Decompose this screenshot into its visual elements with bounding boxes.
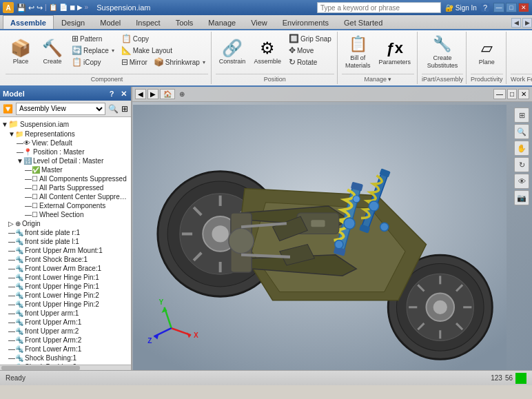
tree-item-level-of-detail[interactable]: ▼ 🔢 Level of Detail : Master xyxy=(0,156,131,165)
shrinkwrap-button[interactable]: 📦 Shrinkwrap▾ xyxy=(151,57,208,68)
make-layout-button[interactable]: 📐 Make Layout xyxy=(119,45,208,56)
tree-item-part1[interactable]: — 🔩 front side plate r:1 xyxy=(0,228,131,237)
tree-item-part5[interactable]: — 🔩 Front Lower Arm Brace:1 xyxy=(0,264,131,273)
level-of-detail-icon: 🔢 xyxy=(23,157,32,165)
tb-icon4[interactable]: ▶ xyxy=(77,3,83,12)
tree-item-suspension-iam[interactable]: ▼ 📁 Suspension.iam xyxy=(0,119,131,130)
redo-btn[interactable]: ↪ xyxy=(37,3,43,12)
tab-assemble[interactable]: Assemble xyxy=(3,15,54,29)
filter-icon[interactable]: 🔽 xyxy=(3,104,13,114)
ribbon-nav-left[interactable]: ◀ xyxy=(511,18,521,28)
tree-item-origin[interactable]: ▷ ⊕ Origin xyxy=(0,219,131,228)
tree-item-all-content-center[interactable]: — ☐ All Content Center Suppresse... xyxy=(0,192,131,201)
replace-button[interactable]: 🔄 Replace▾ xyxy=(69,45,117,56)
orbit-btn[interactable]: ↻ xyxy=(514,157,529,172)
ribbon-nav-right[interactable]: ▶ xyxy=(522,18,532,28)
search-input[interactable] xyxy=(317,2,441,13)
tree-item-part9[interactable]: — 🔩 Front Upper Hinge Pin:2 xyxy=(0,300,131,309)
svg-text:Y: Y xyxy=(158,298,163,306)
tree-item-part2[interactable]: — 🔩 front side plate l:1 xyxy=(0,237,131,246)
tree-item-representations[interactable]: ▼ 📁 Representations xyxy=(0,130,131,139)
tree-item-part11[interactable]: — 🔩 Front Upper Arm:1 xyxy=(0,318,131,327)
help-btn[interactable]: ? xyxy=(481,3,489,12)
tab-inspect[interactable]: Inspect xyxy=(128,15,167,29)
assemble-button[interactable]: ⚙ Assemble xyxy=(250,33,285,72)
tree-item-part3[interactable]: — 🔩 Front Upper Arm Mount:1 xyxy=(0,246,131,255)
create-button[interactable]: 🔨 Create xyxy=(37,33,68,72)
move-button[interactable]: ✥ Move xyxy=(286,45,334,56)
tab-design[interactable]: Design xyxy=(54,15,92,29)
tree-item-part4[interactable]: — 🔩 Front Shock Brace:1 xyxy=(0,255,131,264)
tree-scrollbar[interactable] xyxy=(0,365,131,370)
tree-item-part14[interactable]: — 🔩 Front Lower Arm:1 xyxy=(0,345,131,354)
tree-item-all-components-suppressed[interactable]: — ☐ All Components Suppressed xyxy=(0,174,131,183)
maximize-btn[interactable]: □ xyxy=(506,3,517,12)
model-help-btn[interactable]: ? xyxy=(107,89,116,99)
plane-button[interactable]: ▱ Plane xyxy=(471,33,502,72)
viewport-maximize-btn[interactable]: □ xyxy=(507,89,517,99)
tree-item-master[interactable]: — ✅ Master xyxy=(0,165,131,174)
part10-icon: 🔩 xyxy=(15,309,23,317)
model-close-btn[interactable]: ✕ xyxy=(119,89,128,99)
view-dropdown[interactable]: Assembly View xyxy=(16,103,105,115)
search-tree-icon[interactable]: 🔍 xyxy=(108,104,119,114)
viewport-toolbar: ◀ ▶ 🏠 ⊕ — □ ✕ xyxy=(132,87,532,102)
create-substitutes-button[interactable]: 🔧 CreateSubstitutes xyxy=(424,33,462,72)
shrinkwrap-icon: 📦 xyxy=(154,57,164,67)
tree-item-part8[interactable]: — 🔩 Front Lower Hinge Pin:2 xyxy=(0,291,131,300)
mirror-button[interactable]: ⊟ Mirror xyxy=(119,57,150,68)
pan-btn[interactable]: ✋ xyxy=(514,141,529,156)
quick-save-btn[interactable]: 💾 xyxy=(17,3,26,12)
tab-getstarted[interactable]: Get Started xyxy=(336,15,390,29)
zoom-extents-btn[interactable]: ⊞ xyxy=(514,108,529,123)
bill-of-materials-button[interactable]: 📋 Bill ofMaterials xyxy=(342,33,374,72)
look-at-btn[interactable]: 👁 xyxy=(514,174,529,189)
tree-item-part7[interactable]: — 🔩 Front Upper Hinge Pin:1 xyxy=(0,282,131,291)
viewport-minimize-btn[interactable]: — xyxy=(493,89,506,99)
close-btn[interactable]: ✕ xyxy=(518,3,529,12)
copy-button[interactable]: 📋 Copy xyxy=(119,33,208,44)
assemble-icon: ⚙ xyxy=(260,40,275,57)
tab-model[interactable]: Model xyxy=(92,15,128,29)
tree-item-external-components[interactable]: — ☐ External Components xyxy=(0,201,131,210)
pattern-button[interactable]: ⊞ Pattern xyxy=(69,33,117,44)
sign-in-btn[interactable]: 🔐 Sign In xyxy=(445,4,477,12)
tree-item-wheel-section[interactable]: — ☐ Wheel Section xyxy=(0,210,131,219)
place-button[interactable]: 📦 Place xyxy=(6,33,36,72)
constrain-button[interactable]: 🔗 Constrain xyxy=(216,33,249,72)
viewport-home-btn[interactable]: 🏠 xyxy=(160,89,175,99)
tab-view[interactable]: View xyxy=(243,15,275,29)
tree-item-all-parts-suppressed[interactable]: — ☐ All Parts Suppressed xyxy=(0,183,131,192)
viewport[interactable]: ◀ ▶ 🏠 ⊕ — □ ✕ TOP LEFT FRONT xyxy=(132,87,532,370)
parameters-button[interactable]: ƒx Parameters xyxy=(375,33,414,72)
minimize-btn[interactable]: — xyxy=(493,3,504,12)
viewport-back-btn[interactable]: ◀ xyxy=(135,89,146,99)
undo-btn[interactable]: ↩ xyxy=(28,3,34,12)
camera-btn[interactable]: 📷 xyxy=(514,190,529,205)
tree-item-part15[interactable]: — 🔩 Shock Bushing:1 xyxy=(0,354,131,362)
tree-item-view-default[interactable]: — 👁 View: Default xyxy=(0,139,131,147)
part12-icon: 🔩 xyxy=(15,327,23,335)
part2-icon: 🔩 xyxy=(15,238,23,245)
tab-tools[interactable]: Tools xyxy=(168,15,201,29)
tab-environments[interactable]: Environments xyxy=(275,15,336,29)
zoom-btn[interactable]: 🔍 xyxy=(514,124,529,139)
tree-item-position-master[interactable]: — 📍 Position : Master xyxy=(0,147,131,156)
icopy-button[interactable]: 📋 iCopy xyxy=(69,57,117,68)
tab-manage[interactable]: Manage xyxy=(201,15,243,29)
expand-all-icon[interactable]: ⊞ xyxy=(121,104,128,114)
tree-item-part10[interactable]: — 🔩 front Upper arm:1 xyxy=(0,309,131,318)
all-content-center-icon: ☐ xyxy=(32,193,38,201)
tb-icon[interactable]: 📋 xyxy=(49,3,57,12)
viewport-close-btn[interactable]: ✕ xyxy=(518,89,529,99)
tree-item-part13[interactable]: — 🔩 Front Upper Arm:2 xyxy=(0,336,131,345)
tree-item-part12[interactable]: — 🔩 front Upper arm:2 xyxy=(0,327,131,336)
tb-icon3[interactable]: ◼ xyxy=(70,3,75,12)
tree-item-part6[interactable]: — 🔩 Front Lower Hinge Pin:1 xyxy=(0,273,131,282)
tb-icon2[interactable]: 📄 xyxy=(59,3,68,12)
replace-dropdown-icon: ▾ xyxy=(112,48,114,54)
rotate-button[interactable]: ↻ Rotate xyxy=(286,57,334,68)
model-tree[interactable]: ▼ 📁 Suspension.iam ▼ 📁 Representations —… xyxy=(0,117,131,365)
viewport-forward-btn[interactable]: ▶ xyxy=(147,89,158,99)
grip-snap-button[interactable]: 🔲 Grip Snap xyxy=(286,33,334,44)
